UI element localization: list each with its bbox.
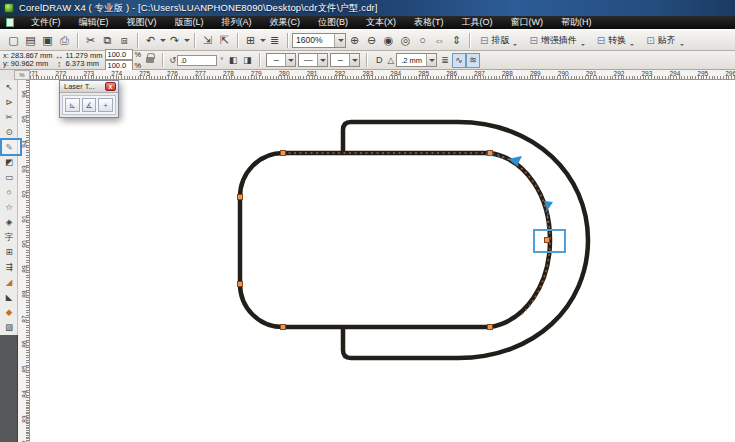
knife-tool[interactable]: ✂: [0, 110, 18, 125]
menu-item[interactable]: 位图(B): [309, 16, 357, 29]
redo-icon[interactable]: ↷: [166, 31, 183, 49]
import-icon[interactable]: ⇲: [199, 31, 216, 49]
rectangle-tool[interactable]: ▭: [0, 170, 18, 185]
scale-x-input[interactable]: 100.0: [105, 49, 133, 60]
table-tool[interactable]: ⊞: [0, 245, 18, 260]
menu-item[interactable]: 文件(F): [22, 16, 70, 29]
curve-node[interactable]: [545, 238, 550, 243]
paste-icon[interactable]: ⧈: [116, 31, 133, 49]
cut-icon[interactable]: ✂: [82, 31, 99, 49]
menu-item[interactable]: 表格(T): [405, 16, 453, 29]
reduce-nodes-toggle[interactable]: ∿: [452, 53, 466, 68]
vertical-ruler[interactable]: 969594939291908988878685848382: [18, 80, 30, 442]
position-fields: x: 283.867 mm y: 90.962 mm: [3, 52, 53, 68]
zoom-page-icon[interactable]: ○: [414, 31, 431, 49]
drawing-canvas[interactable]: Laser T... x ⊾ ∡ +: [30, 80, 735, 442]
zoom-all-icon[interactable]: ◎: [397, 31, 414, 49]
enhance-dropdown-icon: [581, 44, 585, 46]
zoom-combo-arrow[interactable]: [334, 34, 345, 47]
end-arrowhead-arrow[interactable]: [349, 54, 359, 66]
horizontal-ruler[interactable]: 2712722732742752762772782792802812822832…: [30, 70, 735, 80]
y-position-value[interactable]: 90.962 mm: [11, 60, 49, 68]
outline-tool[interactable]: ◣: [0, 290, 18, 305]
selected-stadium-curve[interactable]: [240, 153, 550, 327]
outline-width-combo[interactable]: .2 mm: [396, 53, 437, 67]
propbar-separator: [162, 53, 163, 67]
copy-icon[interactable]: ⧉: [99, 31, 116, 49]
zoom-selected-icon[interactable]: ◉: [380, 31, 397, 49]
laser-palette-titlebar[interactable]: Laser T... x: [60, 81, 118, 93]
standard-toolbar: ▢ ▤ ▣ ⎙ ✂ ⧉ ⧈ ↶ ↷ ⇲ ⇱ ⊞ ≣ 1600% ⊕ ⊖ ◉ ◎ …: [0, 29, 735, 51]
curve-node[interactable]: [238, 195, 243, 200]
app-launcher-icon[interactable]: ⊞: [242, 31, 259, 49]
redo-dropdown-icon[interactable]: [184, 39, 190, 42]
ellipse-tool[interactable]: ○: [0, 185, 18, 200]
text-tool[interactable]: 字: [0, 230, 18, 245]
object-height-value[interactable]: 6.373 mm: [66, 60, 99, 68]
curve-smooth-toggle[interactable]: ≋: [466, 53, 480, 68]
new-icon[interactable]: ▢: [5, 31, 22, 49]
convert-plugin-button[interactable]: ⊟ 转换: [591, 31, 640, 49]
curve-node[interactable]: [281, 151, 286, 156]
end-arrowhead-combo[interactable]: –: [330, 53, 360, 67]
rotation-angle-input[interactable]: .0: [177, 55, 217, 66]
menu-item[interactable]: 版面(L): [166, 16, 213, 29]
curve-node[interactable]: [488, 151, 493, 156]
mirror-vertical-icon[interactable]: ◨: [240, 53, 254, 68]
menu-item[interactable]: 帮助(H): [552, 16, 601, 29]
snap-plugin-button[interactable]: ⊡ 贴齐: [640, 31, 689, 49]
zoom-in-icon[interactable]: ⊕: [346, 31, 363, 49]
laser-curve-tool[interactable]: ∡: [82, 98, 97, 112]
menu-item[interactable]: 视图(V): [118, 16, 166, 29]
document-icon[interactable]: [6, 18, 14, 27]
fill-tool[interactable]: ◆: [0, 305, 18, 320]
menu-item[interactable]: 编辑(E): [70, 16, 118, 29]
laser-node-tool[interactable]: ⊾: [65, 98, 80, 112]
zoom-out-icon[interactable]: ⊖: [363, 31, 380, 49]
menu-item[interactable]: 工具(O): [453, 16, 502, 29]
laser-tool-palette[interactable]: Laser T... x ⊾ ∡ +: [59, 80, 119, 118]
eyedropper-tool[interactable]: ◢: [0, 275, 18, 290]
welcome-screen-icon[interactable]: ≣: [266, 31, 283, 49]
enhance-plugin-button[interactable]: ⊟ 增强插件: [523, 31, 590, 49]
tool-icon: ⊙: [5, 128, 12, 137]
print-icon[interactable]: ⎙: [56, 31, 73, 49]
pick-tool[interactable]: ↖: [0, 80, 18, 95]
curve-node[interactable]: [488, 325, 493, 330]
ruler-origin-button[interactable]: %: [14, 70, 30, 80]
save-icon[interactable]: ▣: [39, 31, 56, 49]
zoom-level-combo[interactable]: 1600%: [292, 33, 346, 48]
close-curve-icon[interactable]: D: [372, 53, 386, 68]
lock-ratio-icon[interactable]: [146, 57, 154, 63]
menu-item[interactable]: 文本(X): [357, 16, 405, 29]
curve-node[interactable]: [238, 282, 243, 287]
tool-icon: ↖: [5, 83, 12, 92]
layout-plugin-button[interactable]: ⊟ 排版: [474, 31, 523, 49]
mirror-horizontal-icon[interactable]: ◧: [226, 53, 240, 68]
menu-item[interactable]: 排列(A): [213, 16, 261, 29]
blend-tool[interactable]: ⇶: [0, 260, 18, 275]
smart-fill-tool[interactable]: ◩: [0, 155, 18, 170]
menu-item[interactable]: 窗口(W): [502, 16, 553, 29]
interactive-fill-tool[interactable]: ▨: [0, 320, 18, 335]
open-icon[interactable]: ▤: [22, 31, 39, 49]
shape-tool[interactable]: ⊳: [0, 95, 18, 110]
curve-node[interactable]: [281, 325, 286, 330]
polygon-tool[interactable]: ☆: [0, 200, 18, 215]
outline-width-arrow[interactable]: [426, 54, 436, 66]
line-style-arrow[interactable]: [317, 54, 327, 66]
title-bar[interactable]: CorelDRAW X4 ( 专业版 ) - [C:\Users\LUANPHO…: [0, 0, 735, 16]
start-arrowhead-arrow[interactable]: [285, 54, 295, 66]
wrap-text-icon[interactable]: ≣: [438, 53, 452, 68]
zoom-width-icon[interactable]: ⇔: [431, 31, 448, 49]
line-style-combo[interactable]: —: [298, 53, 328, 67]
start-arrowhead-combo[interactable]: –: [266, 53, 296, 67]
zoom-height-icon[interactable]: ⇕: [448, 31, 465, 49]
close-icon[interactable]: x: [105, 82, 116, 91]
basic-shapes-tool[interactable]: ◈: [0, 215, 18, 230]
export-icon[interactable]: ⇱: [216, 31, 233, 49]
undo-icon[interactable]: ↶: [142, 31, 159, 49]
laser-cross-tool[interactable]: +: [98, 98, 113, 112]
line-style-value: —: [299, 55, 317, 65]
menu-item[interactable]: 效果(C): [261, 16, 310, 29]
